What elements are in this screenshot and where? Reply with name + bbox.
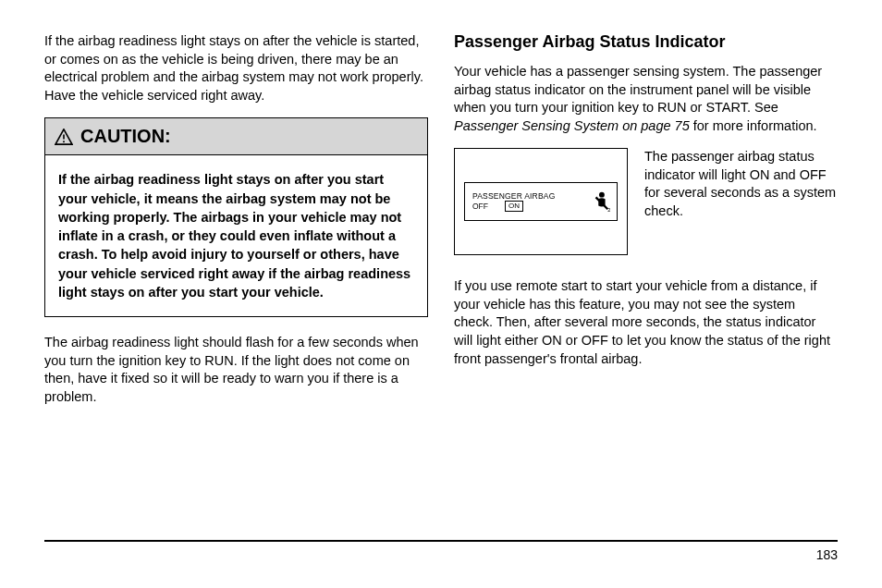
- status-intro-text-a: Your vehicle has a passenger sensing sys…: [454, 64, 822, 115]
- page-number: 183: [816, 547, 838, 562]
- indicator-row: PASSENGER AIRBAG OFF ON 2: [454, 148, 838, 255]
- cross-reference: Passenger Sensing System on page 75: [454, 118, 690, 133]
- status-intro-paragraph: Your vehicle has a passenger sensing sys…: [454, 63, 838, 135]
- indicator-figure: PASSENGER AIRBAG OFF ON 2: [454, 148, 628, 255]
- status-intro-text-b: for more information.: [690, 118, 817, 133]
- right-column: Passenger Airbag Status Indicator Your v…: [454, 32, 838, 532]
- svg-point-1: [63, 141, 65, 142]
- panel-off-label: OFF: [472, 202, 488, 211]
- page-footer: 183: [44, 540, 838, 562]
- intro-paragraph: If the airbag readiness light stays on a…: [44, 32, 428, 104]
- remote-start-paragraph: If you use remote start to start your ve…: [454, 277, 838, 368]
- section-heading: Passenger Airbag Status Indicator: [454, 32, 838, 52]
- panel-on-label: ON: [505, 201, 523, 212]
- caution-header: CAUTION:: [45, 118, 427, 155]
- left-column: If the airbag readiness light stays on a…: [44, 32, 428, 532]
- readiness-paragraph: The airbag readiness light should flash …: [44, 334, 428, 406]
- indicator-panel: PASSENGER AIRBAG OFF ON 2: [464, 182, 618, 221]
- svg-text:2: 2: [607, 207, 610, 213]
- warning-triangle-icon: [55, 129, 73, 145]
- caution-box: CAUTION: If the airbag readiness light s…: [44, 117, 428, 317]
- caution-body-text: If the airbag readiness light stays on a…: [45, 155, 427, 316]
- page-content: If the airbag readiness light stays on a…: [44, 32, 838, 532]
- indicator-description: The passenger airbag status indicator wi…: [644, 148, 838, 220]
- seatbelt-person-icon: 2: [591, 190, 611, 213]
- caution-label: CAUTION:: [80, 126, 171, 147]
- svg-point-2: [599, 192, 605, 198]
